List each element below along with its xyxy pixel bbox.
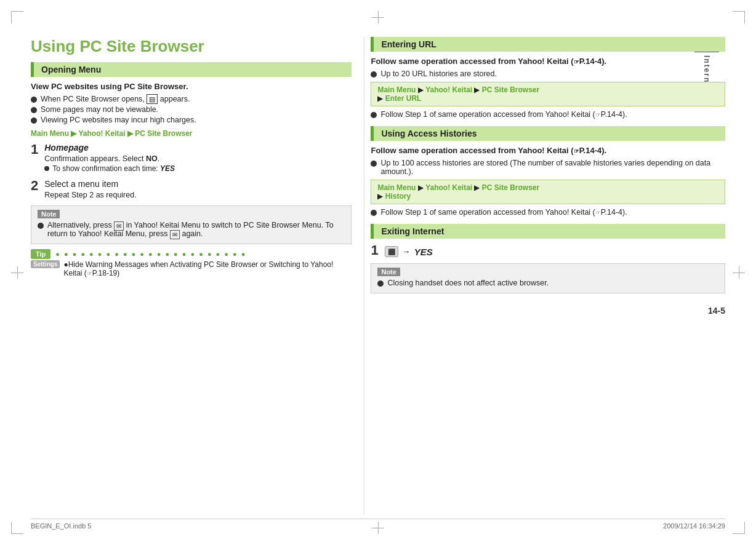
bottom-right-text: 2009/12/14 16:34:29 bbox=[663, 522, 725, 530]
page-title: Using PC Site Browser bbox=[31, 37, 352, 56]
entering-url-intro: Follow same operation accessed from Yaho… bbox=[371, 57, 725, 66]
page-content: Using PC Site Browser Opening Menu View … bbox=[31, 37, 725, 514]
access-histories-bullet: Up to 100 access histories are stored (T… bbox=[371, 159, 725, 176]
access-histories-intro: Follow same operation accessed from Yaho… bbox=[371, 146, 725, 155]
nav-path-main: Main Menu ▶ Yahoo! Keitai ▶ PC Site Brow… bbox=[31, 129, 352, 138]
exit-note-bullet-icon bbox=[377, 280, 384, 287]
section-access-histories: Using Access Histories Follow same opera… bbox=[371, 126, 725, 217]
intro-text: View PC websites using PC Site Browser. bbox=[31, 82, 352, 91]
section-exiting-internet: Exiting Internet 1 ⬛ → YES Note Closing … bbox=[371, 224, 725, 293]
access-histories-follow-bullet bbox=[371, 210, 377, 216]
bottom-bar: BEGIN_E_OI.indb 5 2009/12/14 16:34:29 bbox=[31, 519, 725, 530]
section-entering-url: Entering URL Follow same operation acces… bbox=[371, 37, 725, 119]
access-histories-bullet-icon bbox=[371, 161, 377, 167]
step-2-content: Select a menu item Repeat Step 2 as requ… bbox=[44, 179, 352, 199]
exit-note-text: Closing handset does not affect active b… bbox=[387, 279, 549, 287]
step-number-1: 1 bbox=[31, 143, 38, 156]
entering-url-bullet: Up to 20 URL histories are stored. bbox=[371, 70, 725, 78]
entering-url-follow: Follow Step 1 of same operation accessed… bbox=[371, 110, 725, 119]
step-1: 1 Homepage Confirmation appears. Select … bbox=[31, 143, 352, 173]
section-header-opening-menu: Opening Menu bbox=[31, 62, 352, 77]
note-box-1: Note Alternatively, press ✉ in Yahoo! Ke… bbox=[31, 205, 352, 244]
access-histories-nav-box: Main Menu ▶ Yahoo! Keitai ▶ PC Site Brow… bbox=[371, 180, 725, 204]
exit-step-number: 1 bbox=[371, 244, 378, 257]
step-number-2: 2 bbox=[31, 179, 38, 193]
section-header-access-histories: Using Access Histories bbox=[371, 126, 725, 141]
note-bullet-1: Alternatively, press ✉ in Yahoo! Keitai … bbox=[38, 221, 345, 238]
access-histories-follow: Follow Step 1 of same operation accessed… bbox=[371, 208, 725, 217]
crosshair-right bbox=[733, 266, 745, 279]
exit-step-content: ⬛ → YES bbox=[385, 244, 725, 257]
settings-row: Settings ●Hide Warning Messages when Act… bbox=[31, 260, 352, 277]
end-key-icon: ⬛ bbox=[385, 246, 398, 257]
note-label-1: Note bbox=[38, 210, 60, 218]
tip-row: Tip ● ● ● ● ● ● ● ● ● ● ● ● ● ● ● ● ● ● … bbox=[31, 249, 352, 259]
tip-dots: ● ● ● ● ● ● ● ● ● ● ● ● ● ● ● ● ● ● ● ● … bbox=[55, 250, 246, 258]
step-1-content: Homepage Confirmation appears. Select NO… bbox=[44, 143, 352, 173]
bullet-2: Some pages may not be viewable. bbox=[31, 105, 352, 114]
exit-step-1: 1 ⬛ → YES bbox=[371, 244, 725, 257]
note-bullet-icon bbox=[38, 223, 44, 229]
crosshair-top bbox=[372, 11, 384, 23]
step-2-desc: Repeat Step 2 as required. bbox=[44, 191, 352, 199]
step-1-title: Homepage bbox=[44, 143, 352, 153]
step-1-sub-bullet-icon bbox=[44, 166, 49, 171]
settings-text: ●Hide Warning Messages when Activating P… bbox=[63, 260, 352, 277]
step-2: 2 Select a menu item Repeat Step 2 as re… bbox=[31, 179, 352, 199]
corner-mark-tr bbox=[733, 11, 745, 23]
entering-url-nav-box: Main Menu ▶ Yahoo! Keitai ▶ PC Site Brow… bbox=[371, 82, 725, 106]
yes-text: YES bbox=[414, 247, 433, 257]
entering-url-bullet-icon bbox=[371, 71, 377, 78]
note-box-exit: Note Closing handset does not affect act… bbox=[371, 263, 725, 293]
step-2-title: Select a menu item bbox=[44, 179, 352, 189]
tip-label: Tip bbox=[31, 249, 50, 259]
page-ref: 14-5 bbox=[371, 306, 725, 316]
corner-mark-br bbox=[733, 522, 745, 534]
settings-label: Settings bbox=[31, 260, 60, 268]
bullet-3: Viewing PC websites may incur high charg… bbox=[31, 116, 352, 124]
step-1-desc: Confirmation appears. Select NO. bbox=[44, 154, 352, 163]
entering-url-follow-bullet bbox=[371, 112, 377, 118]
section-header-entering-url: Entering URL bbox=[371, 37, 725, 52]
exit-note-bullet: Closing handset does not affect active b… bbox=[377, 279, 718, 287]
left-column: Using PC Site Browser Opening Menu View … bbox=[31, 37, 364, 514]
crosshair-left bbox=[11, 266, 23, 279]
section-header-exiting-internet: Exiting Internet bbox=[371, 224, 725, 239]
corner-mark-bl bbox=[11, 522, 23, 534]
bullet-icon-1 bbox=[31, 97, 37, 103]
note-label-exit: Note bbox=[377, 268, 400, 276]
bottom-left-text: BEGIN_E_OI.indb 5 bbox=[31, 522, 91, 530]
step-1-sub: To show confirmation each time: YES bbox=[44, 164, 352, 173]
bullet-1: When PC Site Browser opens, ▤ appears. bbox=[31, 95, 352, 103]
right-column: Entering URL Follow same operation acces… bbox=[364, 37, 725, 514]
corner-mark-tl bbox=[11, 11, 23, 23]
bullet-icon-2 bbox=[31, 107, 37, 113]
bullet-icon-3 bbox=[31, 117, 37, 124]
